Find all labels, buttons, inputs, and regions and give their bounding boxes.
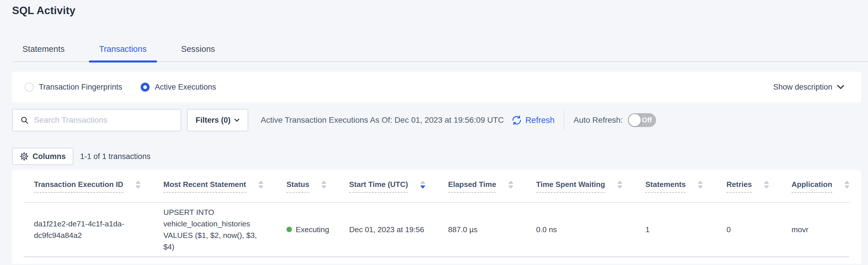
cell-application: movr xyxy=(781,203,849,257)
radio-unselected-icon[interactable] xyxy=(25,83,34,91)
toggle-knob[interactable] xyxy=(629,114,641,126)
as-of-timestamp: Active Transaction Executions As Of: Dec… xyxy=(261,115,504,125)
sort-icon[interactable] xyxy=(844,181,849,189)
radio-label: Active Executions xyxy=(155,83,216,91)
cell-most-recent-statement: UPSERT INTO vehicle_location_histories V… xyxy=(153,203,276,257)
chevron-down-icon xyxy=(837,85,844,89)
header-retries[interactable]: Retries xyxy=(716,170,781,203)
sort-icon[interactable] xyxy=(321,181,327,189)
transactions-table-card: Transaction Execution ID Most Recent Sta… xyxy=(12,170,861,264)
header-most-recent-statement[interactable]: Most Recent Statement xyxy=(153,170,276,203)
sort-icon[interactable] xyxy=(508,181,514,189)
radio-label: Transaction Fingerprints xyxy=(39,83,122,91)
cell-start-time: Dec 01, 2023 at 19:56 xyxy=(339,203,438,257)
toggle-state-label: Off xyxy=(642,116,652,124)
sort-icon-active[interactable] xyxy=(420,181,425,189)
sort-icon[interactable] xyxy=(617,181,622,189)
sort-icon[interactable] xyxy=(764,181,769,189)
gear-icon xyxy=(20,152,29,161)
refresh-label: Refresh xyxy=(525,115,555,125)
header-time-spent-waiting[interactable]: Time Spent Waiting xyxy=(526,170,635,203)
tab-statements[interactable]: Statements xyxy=(12,44,75,61)
auto-refresh-label: Auto Refresh: xyxy=(574,115,623,125)
status-executing-dot xyxy=(286,227,292,232)
vertical-divider xyxy=(564,111,564,129)
page-title: SQL Activity xyxy=(12,5,868,17)
columns-button[interactable]: Columns xyxy=(12,148,73,165)
chevron-down-icon xyxy=(234,118,240,122)
sort-icon[interactable] xyxy=(698,181,703,189)
table-toolbar: Columns 1-1 of 1 transactions xyxy=(12,148,861,165)
filters-button[interactable]: Filters (0) xyxy=(187,109,248,131)
search-icon xyxy=(20,116,29,125)
search-input[interactable] xyxy=(34,115,175,125)
header-start-time[interactable]: Start Time (UTC) xyxy=(339,170,438,203)
sort-icon[interactable] xyxy=(258,181,264,189)
header-transaction-execution-id[interactable]: Transaction Execution ID xyxy=(24,170,153,203)
header-status[interactable]: Status xyxy=(276,170,339,203)
status-label: Executing xyxy=(296,224,329,235)
search-box[interactable] xyxy=(12,109,181,131)
columns-button-label: Columns xyxy=(32,152,66,161)
header-elapsed-time[interactable]: Elapsed Time xyxy=(438,170,526,203)
show-description-label: Show description xyxy=(773,83,832,91)
cell-transaction-execution-id[interactable]: da1f21e2-de71-4c1f-a1da-dc9fc94a84a2 xyxy=(24,203,153,257)
show-description-toggle[interactable]: Show description xyxy=(773,83,844,91)
refresh-button[interactable]: Refresh xyxy=(512,115,555,126)
radio-transaction-fingerprints[interactable]: Transaction Fingerprints xyxy=(25,83,122,91)
cell-status: Executing xyxy=(276,203,339,257)
controls-row: Filters (0) Active Transaction Execution… xyxy=(12,109,861,132)
tab-bar: Statements Transactions Sessions xyxy=(12,44,868,62)
auto-refresh-toggle[interactable]: Off xyxy=(628,113,656,127)
header-application[interactable]: Application xyxy=(781,170,849,203)
tab-sessions[interactable]: Sessions xyxy=(171,44,225,61)
transactions-table: Transaction Execution ID Most Recent Sta… xyxy=(24,170,849,257)
refresh-icon xyxy=(512,115,522,126)
cell-retries: 0 xyxy=(716,203,781,257)
view-mode-card: Transaction Fingerprints Active Executio… xyxy=(12,72,861,102)
result-count: 1-1 of 1 transactions xyxy=(80,152,151,161)
header-statements[interactable]: Statements xyxy=(635,170,716,203)
filters-label: Filters (0) xyxy=(195,116,231,125)
table-header-row: Transaction Execution ID Most Recent Sta… xyxy=(24,170,849,203)
tab-transactions[interactable]: Transactions xyxy=(89,44,157,61)
cell-statements: 1 xyxy=(635,203,716,257)
sort-icon[interactable] xyxy=(135,181,141,189)
view-mode-radio-group: Transaction Fingerprints Active Executio… xyxy=(25,83,216,91)
table-row: da1f21e2-de71-4c1f-a1da-dc9fc94a84a2 UPS… xyxy=(24,203,849,257)
cell-elapsed-time: 887.0 µs xyxy=(438,203,526,257)
radio-selected-icon[interactable] xyxy=(141,83,150,91)
cell-time-spent-waiting: 0.0 ns xyxy=(526,203,635,257)
radio-active-executions[interactable]: Active Executions xyxy=(141,83,216,91)
